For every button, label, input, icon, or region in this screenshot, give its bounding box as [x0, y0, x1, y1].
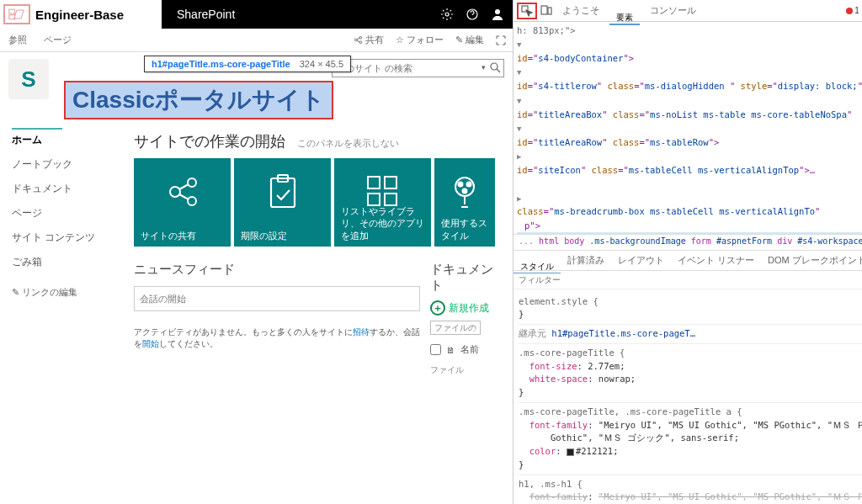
svg-point-10 — [188, 178, 196, 187]
tile-icon — [141, 172, 224, 212]
quick-launch: ホームノートブックドキュメントページサイト コンテンツごみ箱✎ リンクの編集 — [0, 119, 134, 376]
styles-tab-computed[interactable]: 計算済み — [561, 254, 611, 267]
ribbon-tab-page[interactable]: ページ — [35, 34, 80, 46]
follow-button[interactable]: ☆フォロー — [396, 34, 444, 46]
newsfeed-heading: ニュースフィード — [134, 262, 420, 278]
svg-rect-0 — [9, 9, 15, 13]
page-title-highlight: Classicポータルサイト — [64, 81, 333, 119]
activity-message: アクティビティがありません。もっと多くの人をサイトに招待するか、会話を開始してく… — [134, 326, 420, 350]
search-icon[interactable] — [489, 61, 501, 76]
devtools-panel: ようこそ 要素 コンソール 1 43 ⋯ ✕ h: 813px;">▼id="s… — [513, 0, 862, 504]
hide-panel-link[interactable]: このパネルを表示しない — [297, 137, 399, 150]
svg-rect-16 — [385, 177, 396, 188]
brand-icon — [3, 4, 30, 24]
file-icon: 🗎 — [446, 345, 455, 355]
tooltip-selector: h1#pageTitle.ms-core-pageTitle — [152, 59, 290, 69]
ribbon: 参照 ページ 共有 ☆フォロー ✎編集 — [0, 29, 513, 52]
start-conv-link[interactable]: 開始 — [142, 339, 159, 348]
docs-footer: ファイル — [430, 364, 504, 376]
devtools-tab-console[interactable]: コンソール — [643, 4, 703, 17]
tile-label: リストやライブラリ、その他のアプリを追加 — [341, 205, 424, 241]
promoted-tile[interactable]: サイトの共有 — [134, 158, 231, 247]
svg-point-11 — [188, 197, 196, 205]
styles-filter-input[interactable] — [513, 273, 862, 286]
svg-point-21 — [463, 189, 467, 194]
svg-rect-24 — [548, 8, 551, 14]
person-icon[interactable] — [491, 8, 504, 21]
sidebar-item[interactable]: ドキュメント — [12, 177, 134, 201]
invite-link[interactable]: 招待 — [353, 327, 370, 337]
name-column[interactable]: 名前 — [460, 343, 479, 356]
documents-heading: ドキュメント — [430, 262, 504, 294]
dom-tree[interactable]: h: 813px;">▼id="s4-bodyContainer">▼id="s… — [513, 22, 862, 234]
dom-breadcrumb[interactable]: ... html body .ms-backgroundImage form #… — [513, 234, 862, 251]
tile-label: 期限の設定 — [241, 230, 324, 241]
site-search-input[interactable] — [332, 59, 504, 77]
styles-tab-listeners[interactable]: イベント リスナー — [671, 254, 761, 267]
promoted-tile[interactable]: 使用するスタイル — [434, 158, 495, 247]
svg-rect-15 — [368, 194, 380, 205]
svg-rect-14 — [368, 177, 380, 188]
styles-pane[interactable]: element.style {} 継承元 h1#pageTitle.ms-cor… — [513, 289, 862, 505]
device-toggle-icon[interactable] — [540, 4, 552, 18]
file-search-input[interactable] — [430, 321, 481, 335]
error-count[interactable]: 1 — [846, 6, 859, 15]
gear-icon[interactable] — [440, 8, 454, 21]
svg-rect-23 — [541, 6, 547, 14]
getting-started-heading: サイトでの作業の開始 — [134, 131, 285, 151]
sidebar-item[interactable]: ホーム — [12, 128, 62, 152]
svg-point-7 — [359, 41, 362, 44]
tile-label: サイトの共有 — [141, 230, 224, 241]
promoted-tile[interactable]: リストやライブラリ、その他のアプリを追加 — [334, 158, 431, 247]
svg-point-5 — [359, 36, 362, 39]
app-name[interactable]: SharePoint — [162, 8, 250, 21]
newsfeed-input[interactable] — [134, 286, 420, 311]
inspect-element-icon[interactable] — [517, 3, 537, 19]
page-title: Classicポータルサイト — [72, 84, 325, 116]
search-scope-dropdown-icon[interactable]: ▾ — [482, 63, 486, 72]
svg-point-8 — [491, 63, 498, 70]
edit-button[interactable]: ✎編集 — [455, 34, 484, 46]
styles-tab-breakpoints[interactable]: DOM ブレークポイント — [761, 254, 862, 267]
sidebar-item[interactable]: サイト コンテンツ — [12, 225, 134, 250]
inspector-tooltip: h1#pageTitle.ms-core-pageTitle 324 × 45.… — [144, 56, 351, 72]
styles-tabbar: スタイル 計算済み レイアウト イベント リスナー DOM ブレークポイント » — [513, 251, 862, 271]
site-icon[interactable]: S — [8, 59, 49, 99]
svg-point-19 — [459, 183, 463, 187]
sidebar-item[interactable]: ごみ箱 — [12, 250, 134, 274]
promoted-tiles: サイトの共有期限の設定リストやライブラリ、その他のアプリを追加使用するスタイル — [134, 158, 504, 247]
ribbon-tab-browse[interactable]: 参照 — [0, 34, 35, 46]
focus-icon[interactable] — [496, 34, 506, 46]
promoted-tile[interactable]: 期限の設定 — [234, 158, 331, 247]
styles-tab-layout[interactable]: レイアウト — [611, 254, 671, 267]
help-icon[interactable] — [466, 8, 479, 21]
svg-point-6 — [354, 39, 357, 41]
devtools-toolbar: ようこそ 要素 コンソール 1 43 ⋯ ✕ — [513, 0, 862, 22]
svg-point-9 — [170, 187, 180, 197]
share-button[interactable]: 共有 — [354, 34, 384, 46]
styles-filter-row: :hov .cls + — [513, 271, 862, 289]
tile-icon — [241, 172, 324, 212]
svg-rect-12 — [271, 178, 295, 207]
sidebar-item[interactable]: ノートブック — [12, 152, 134, 177]
devtools-tab-welcome[interactable]: ようこそ — [556, 4, 606, 17]
sidebar-item[interactable]: ページ — [12, 201, 134, 225]
svg-point-20 — [467, 183, 471, 187]
brand-text: Engineer-Base — [35, 8, 124, 22]
tile-icon — [441, 172, 488, 212]
suite-header: Engineer-Base SharePoint — [0, 0, 513, 29]
svg-point-2 — [445, 13, 449, 16]
svg-rect-17 — [385, 194, 396, 205]
tooltip-dimensions: 324 × 45.5 — [300, 59, 343, 69]
brand-logo[interactable]: Engineer-Base — [0, 0, 162, 29]
plus-icon: ＋ — [430, 300, 445, 316]
new-document-button[interactable]: ＋ 新規作成 — [430, 300, 504, 316]
svg-point-4 — [495, 9, 500, 14]
edit-links[interactable]: ✎ リンクの編集 — [12, 286, 134, 299]
tile-label: 使用するスタイル — [441, 217, 488, 241]
select-all-checkbox[interactable] — [430, 344, 441, 355]
